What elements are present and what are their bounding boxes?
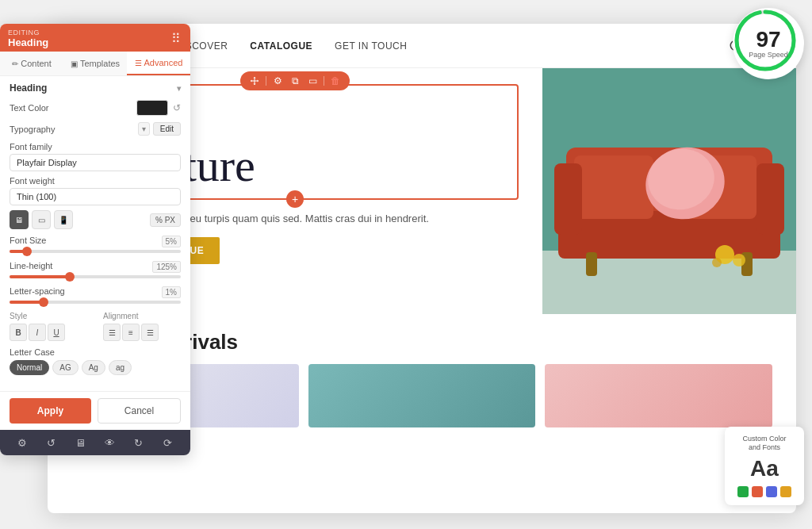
tab-content-label: Content	[21, 59, 52, 68]
bottom-undo-icon[interactable]: ↺	[44, 435, 59, 450]
panel-title: Heading	[8, 36, 48, 48]
heading-toolbar: ⚙ ⧉ ▭ 🗑	[240, 71, 350, 90]
unit-toggle[interactable]: % PX	[150, 213, 181, 227]
svg-point-15	[733, 254, 745, 266]
italic-button[interactable]: I	[29, 324, 46, 341]
letter-spacing-track[interactable]	[10, 301, 181, 304]
line-height-value[interactable]: 125%	[152, 261, 181, 273]
align-group: Alignment ☰ ≡ ☰	[103, 312, 181, 341]
font-weight-label: Font weight	[10, 176, 181, 186]
format-icons-row: 🖥 ▭ 📱 % PX	[10, 210, 181, 229]
line-height-slider-row: Line-height 125%	[10, 261, 181, 278]
chevron-icon[interactable]: ▾	[177, 84, 181, 93]
nav-get-in-touch[interactable]: GET IN TOUCH	[335, 40, 407, 52]
font-family-select[interactable]: Playfair Display	[10, 154, 181, 171]
letter-case-label: Letter Case	[10, 347, 181, 357]
case-uppercase-btn[interactable]: AG	[52, 360, 78, 375]
font-weight-select[interactable]: Thin (100)	[10, 188, 181, 205]
text-color-label: Text Color	[10, 103, 65, 113]
font-size-value[interactable]: 5%	[162, 236, 181, 247]
line-height-track[interactable]	[10, 275, 181, 278]
desktop-view-btn[interactable]: 🖥	[10, 210, 29, 229]
apply-button[interactable]: Apply	[10, 398, 91, 424]
text-color-row: Text Color ↺	[10, 100, 181, 116]
svg-rect-6	[574, 155, 653, 219]
hero-image	[542, 68, 796, 314]
style-label: Style	[10, 312, 87, 320]
color-dots	[733, 486, 796, 497]
font-weight-section: Font weight Thin (100)	[10, 176, 181, 210]
panel-tabs: ✏ Content ▣ Templates ☰ Advanced	[0, 52, 190, 76]
align-right-button[interactable]: ☰	[141, 324, 159, 341]
arrival-card-2[interactable]	[308, 364, 536, 427]
case-btn-group: Normal AG Ag ag	[10, 360, 181, 375]
color-dot-green[interactable]	[737, 486, 749, 497]
letter-spacing-thumb[interactable]	[39, 297, 48, 307]
page-speed-score: 97	[756, 29, 780, 51]
color-dot-blue[interactable]	[766, 486, 777, 497]
bold-button[interactable]: B	[10, 324, 27, 341]
tab-content[interactable]: ✏ Content	[0, 52, 63, 75]
bottom-refresh-icon[interactable]: ⟳	[160, 435, 176, 450]
typography-row: Typography ▾ Edit	[10, 122, 181, 136]
svg-rect-9	[756, 163, 784, 235]
case-titlecase-btn[interactable]: Ag	[82, 360, 105, 375]
move-icon[interactable]	[248, 75, 261, 87]
custom-color-card: Custom Colorand Fonts Aa	[725, 427, 804, 505]
editor-panel: EDITING Heading ⠿ ✏ Content ▣ Templates …	[0, 24, 190, 455]
line-height-thumb[interactable]	[65, 272, 75, 282]
arrival-card-3[interactable]	[545, 364, 772, 427]
custom-color-sample: Aa	[733, 456, 796, 481]
cancel-button[interactable]: Cancel	[98, 398, 181, 424]
add-block-button[interactable]: +	[286, 190, 304, 208]
letter-spacing-slider-row: Letter-spacing 1%	[10, 286, 181, 304]
font-size-thumb[interactable]	[22, 247, 32, 256]
tab-templates[interactable]: ▣ Templates	[63, 52, 127, 75]
tab-templates-label: Templates	[80, 59, 120, 68]
nav-catalogue[interactable]: CATALOGUE	[250, 40, 312, 52]
svg-rect-3	[542, 251, 796, 314]
panel-drag-handle[interactable]: ⠿	[171, 31, 182, 46]
svg-point-16	[712, 258, 722, 267]
font-size-track[interactable]	[10, 250, 181, 253]
font-family-section: Font family Playfair Display	[10, 142, 181, 176]
nav-links: DISCOVER CATALOGUE GET IN TOUCH	[175, 40, 728, 52]
case-lowercase-btn[interactable]: ag	[109, 360, 132, 375]
bottom-monitor-icon[interactable]: 🖥	[73, 435, 89, 450]
heading-section-title: Heading ▾	[10, 82, 181, 94]
bottom-redo-icon[interactable]: ↻	[131, 435, 147, 450]
align-center-button[interactable]: ≡	[122, 324, 140, 341]
bottom-eye-icon[interactable]: 👁	[102, 435, 117, 450]
style-group: Style B I U	[10, 312, 87, 341]
letter-spacing-label: Letter-spacing	[10, 286, 65, 298]
templates-tab-icon: ▣	[71, 59, 78, 68]
mobile-view-btn[interactable]: 📱	[54, 210, 73, 229]
font-size-label: Font Size	[10, 236, 46, 247]
alignment-label: Alignment	[103, 312, 181, 320]
bottom-gear-icon[interactable]: ⚙	[14, 435, 30, 450]
panel-breadcrumb: EDITING	[8, 29, 48, 36]
color-swatch[interactable]	[136, 100, 168, 116]
align-left-button[interactable]: ☰	[103, 324, 121, 341]
color-dot-yellow[interactable]	[780, 486, 791, 497]
delete-icon[interactable]: 🗑	[329, 75, 342, 87]
font-size-slider-row: Font Size 5%	[10, 236, 181, 253]
panel-bottom-toolbar: ⚙ ↺ 🖥 👁 ↻ ⟳	[0, 430, 190, 455]
refresh-color-icon[interactable]: ↺	[173, 102, 181, 113]
hero-image-container	[542, 68, 796, 314]
panel-actions: Apply Cancel	[0, 391, 190, 430]
font-family-label: Font family	[10, 142, 181, 151]
tablet-view-btn[interactable]: ▭	[32, 210, 51, 229]
color-dot-red[interactable]	[752, 486, 763, 497]
panel-body: Heading ▾ Text Color ↺ Typography ▾ Edit…	[0, 76, 190, 391]
layout-icon[interactable]: ▭	[306, 75, 319, 87]
case-normal-btn[interactable]: Normal	[10, 360, 49, 375]
underline-button[interactable]: U	[48, 324, 65, 341]
settings-icon[interactable]: ⚙	[271, 75, 284, 87]
edit-typography-button[interactable]: Edit	[153, 122, 181, 136]
tab-advanced[interactable]: ☰ Advanced	[127, 52, 190, 75]
advanced-tab-icon: ☰	[135, 59, 142, 67]
copy-icon[interactable]: ⧉	[289, 75, 301, 87]
letter-spacing-value[interactable]: 1%	[162, 286, 181, 298]
align-btn-group: ☰ ≡ ☰	[103, 324, 181, 341]
